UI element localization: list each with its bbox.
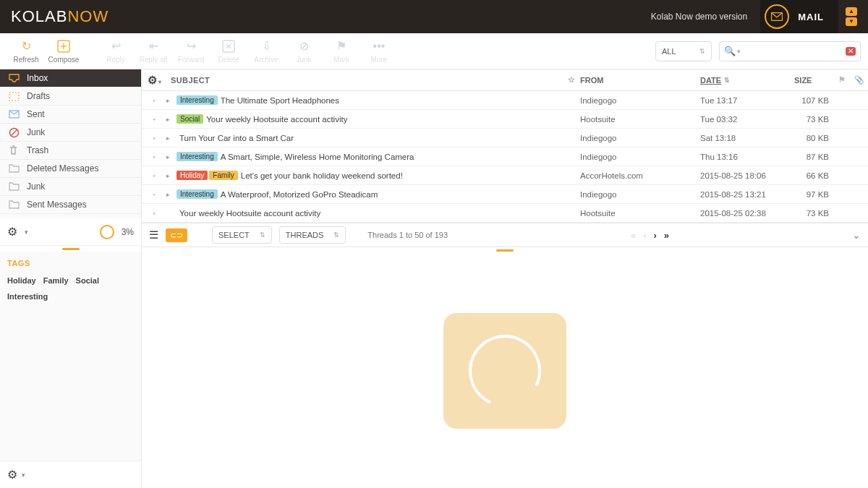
message-date: Tue 13:17 [700,96,794,105]
message-row[interactable]: ●▸SocialYour weekly Hootsuite account ac… [142,110,868,129]
folder-icon [9,182,20,191]
folder-junk[interactable]: Junk [0,178,141,196]
attachment-icon[interactable]: 📎 [851,75,868,85]
tag-interesting: Interesting [176,95,218,105]
forward-button[interactable]: ↪ Forward [172,36,210,67]
tag-social[interactable]: Social [76,276,99,285]
tag-interesting: Interesting [176,152,218,161]
select-dropdown[interactable]: SELECT ⇅ [212,226,272,244]
page-first-button[interactable]: « [631,230,636,241]
toolbar: ↻ Refresh Compose ↩ Reply ⇤ Reply all ↪ … [0,33,868,69]
page-prev-button[interactable]: ‹ [643,230,646,241]
flag-icon[interactable]: ⚑ [833,75,851,85]
content-area: ⚙▾ SUBJECT ☆ FROM DATE⇅ SIZE ⚑ 📎 ●▸Inter… [142,69,868,488]
message-subject: Your weekly Hootsuite account activity [179,209,580,218]
message-row[interactable]: ●▸InterestingA Smart, Simple, Wireless H… [142,147,868,166]
star-icon[interactable]: ☆ [563,75,580,85]
delete-button[interactable]: Delete [210,36,247,67]
folder-trash[interactable]: Trash [0,142,141,160]
filter-select[interactable]: ALL ⇅ [655,41,712,61]
reply-all-icon: ⇤ [146,39,161,53]
folder-inbox[interactable]: Inbox [0,69,141,87]
chevron-up-icon[interactable]: ▲ [846,7,857,16]
split-handle[interactable] [0,246,141,252]
thread-arrow-icon: ▸ [166,191,176,198]
list-view-button[interactable]: ☰ [149,228,158,241]
junk-label: Junk [296,56,311,64]
archive-label: Archive [254,56,278,64]
folder-settings-button[interactable]: ⚙ [7,225,17,239]
threads-dropdown[interactable]: THREADS ⇅ [279,226,346,244]
message-tags: Interesting [176,189,218,199]
inbox-icon [9,74,20,82]
chevron-down-icon[interactable]: ▼ [846,17,857,26]
message-row[interactable]: ●▸InterestingThe Ultimate Sport Headphon… [142,91,868,110]
updown-icon: ⇅ [260,231,265,239]
archive-button[interactable]: ⇩ Archive [247,36,285,67]
unread-dot-icon: ● [142,192,166,197]
list-footer: ☰ ⊂⊃ SELECT ⇅ THREADS ⇅ Threads 1 to 50 … [142,223,868,247]
sidebar-bottom: ⚙ ▾ [0,461,141,488]
preview-split-handle[interactable] [142,247,868,253]
message-date: 2015-08-25 18:06 [700,171,794,180]
trash-icon [9,145,20,155]
updown-icon: ⇅ [333,231,339,239]
archive-icon: ⇩ [259,39,273,53]
reply-button[interactable]: ↩ Reply [97,36,135,67]
refresh-button[interactable]: ↻ Refresh [7,36,45,67]
delete-label: Delete [218,56,239,64]
refresh-icon: ↻ [19,39,33,53]
thread-arrow-icon: ▸ [166,97,176,104]
tags-panel: TAGS HolidayFamilySocialInteresting [0,252,141,308]
col-subject[interactable]: SUBJECT [166,76,563,85]
chevron-down-icon: ▾ [737,48,741,55]
message-from: Hootsuite [580,209,700,218]
tag-holiday[interactable]: Holiday [7,276,36,285]
app-switcher[interactable]: ▲ ▼ [846,7,857,26]
flag-icon: ⚑ [334,39,349,53]
search-input[interactable]: 🔍 ▾ ✕ [719,41,861,61]
reply-all-button[interactable]: ⇤ Reply all [135,36,172,67]
compose-label: Compose [48,56,80,64]
unread-dot-icon: ● [142,155,166,159]
quota-icon [100,225,114,239]
message-subject: Turn Your Car into a Smart Car [179,134,580,142]
updown-icon: ⇅ [699,48,705,55]
tag-interesting[interactable]: Interesting [7,292,48,301]
compose-button[interactable]: Compose [45,36,82,67]
folder-sent[interactable]: Sent [0,106,141,124]
message-size: 73 KB [794,209,833,218]
more-button[interactable]: ••• More [360,36,398,67]
folder-sent-messages[interactable]: Sent Messages [0,196,141,214]
junk-button[interactable]: ⊘ Junk [285,36,323,67]
message-date: Sat 13:18 [700,134,794,142]
tag-family[interactable]: Family [43,276,69,285]
message-from: Indiegogo [580,134,700,142]
logo-part2: NOW [67,7,109,25]
clear-search-icon[interactable]: ✕ [846,47,856,56]
folder-junk[interactable]: Junk [0,124,141,142]
page-last-button[interactable]: » [664,230,669,241]
folder-label: Inbox [27,73,48,83]
folder-drafts[interactable]: Drafts [0,87,141,106]
folder-label: Junk [27,181,45,192]
tags-settings-button[interactable]: ⚙ [7,468,17,481]
filter-value: ALL [662,47,676,56]
mail-app-button[interactable]: MAIL [760,0,838,33]
collapse-button[interactable]: ⌄ [852,229,861,241]
mark-button[interactable]: ⚑ Mark [323,36,360,67]
reply-label: Reply [106,56,125,64]
tags-list: HolidayFamilySocialInteresting [7,276,134,301]
message-row[interactable]: ●▸HolidayFamilyLet's get your bank holid… [142,166,868,185]
col-size[interactable]: SIZE [794,76,833,85]
message-row[interactable]: ●▸Turn Your Car into a Smart CarIndiegog… [142,129,868,147]
message-row[interactable]: ●▸InterestingA Waterproof, Motorized GoP… [142,185,868,204]
folder-deleted-messages[interactable]: Deleted Messages [0,160,141,178]
col-from[interactable]: FROM [580,76,700,85]
thread-toggle-button[interactable]: ⊂⊃ [166,228,187,242]
list-settings-button[interactable]: ⚙▾ [142,74,166,87]
col-date[interactable]: DATE⇅ [700,76,794,85]
tag-social: Social [176,114,203,124]
page-next-button[interactable]: › [654,230,657,241]
message-row[interactable]: ●Your weekly Hootsuite account activityH… [142,204,868,223]
